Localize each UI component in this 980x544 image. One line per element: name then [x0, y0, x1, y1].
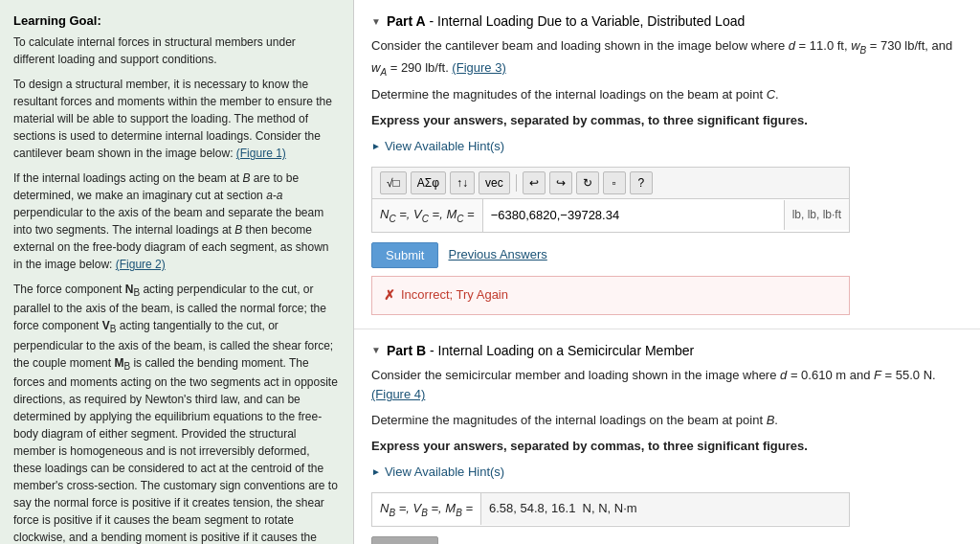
part-a-prev-answers[interactable]: Previous Answers — [448, 245, 546, 265]
left-panel: Learning Goal: To calculate internal for… — [0, 0, 354, 544]
part-a-figure-link[interactable]: (Figure 3) — [452, 60, 505, 75]
part-b-instruction: Express your answers, separated by comma… — [371, 437, 963, 457]
part-b-hint-link[interactable]: View Available Hint(s) — [385, 463, 504, 483]
part-a-status-text: Incorrect; Try Again — [401, 285, 508, 306]
toolbar-redo-btn[interactable]: ↪ — [549, 171, 572, 194]
part-b-title: Part B - Internal Loading on a Semicircu… — [387, 343, 694, 358]
part-a-input-row: NC =, VC =, MC = lb, lb, lb·ft — [371, 198, 850, 234]
part-b-section: ▼ Part B - Internal Loading on a Semicir… — [354, 329, 980, 544]
part-a-math-toolbar: √□ AΣφ ↑↓ vec ↩ ↪ ↻ ▫ ? — [371, 167, 850, 198]
part-a-desc1: Consider the cantilever beam and loading… — [371, 36, 963, 79]
part-a-title: Part A - Internal Loading Due to a Varia… — [387, 13, 745, 29]
part-a-hint-triangle: ► — [371, 139, 381, 154]
part-a-submit-button[interactable]: Submit — [371, 242, 438, 268]
part-a-status: ✗ Incorrect; Try Again — [371, 276, 850, 314]
part-b-desc1: Consider the semicircular member and loa… — [371, 366, 963, 406]
part-b-hint-triangle: ► — [371, 465, 381, 480]
toolbar-sqrt-btn[interactable]: √□ — [380, 171, 407, 194]
part-a-section: ▼ Part A - Internal Loading Due to a Var… — [354, 0, 980, 329]
part-b-hint-row[interactable]: ► View Available Hint(s) — [371, 463, 963, 483]
toolbar-sigma-btn[interactable]: AΣφ — [411, 171, 446, 194]
part-a-submit-row: Submit Previous Answers — [371, 242, 963, 268]
part-a-hint-link[interactable]: View Available Hint(s) — [385, 137, 504, 157]
part-a-input-prefix: NC =, VC =, MC = — [372, 199, 483, 233]
toolbar-help-btn[interactable]: ? — [630, 171, 653, 194]
part-b-figure-link[interactable]: (Figure 4) — [371, 387, 425, 401]
toolbar-sep1 — [516, 174, 517, 192]
figure2-link[interactable]: (Figure 2) — [116, 258, 166, 271]
left-para-4: The force component NB acting perpendicu… — [13, 281, 340, 544]
part-a-hint-row[interactable]: ► View Available Hint(s) — [371, 137, 963, 157]
part-b-desc2: Determine the magnitudes of the internal… — [371, 411, 963, 431]
toolbar-vec-btn[interactable]: vec — [479, 171, 510, 194]
part-b-submit-row: Submit Previous Answers — [371, 536, 963, 544]
part-a-instruction: Express your answers, separated by comma… — [371, 111, 963, 131]
left-para-1: To calculate internal forces in structur… — [13, 34, 340, 68]
part-a-incorrect-icon: ✗ — [384, 284, 395, 306]
figure1-link[interactable]: (Figure 1) — [236, 147, 286, 160]
part-a-desc2: Determine the magnitudes of the internal… — [371, 85, 963, 105]
part-a-header[interactable]: ▼ Part A - Internal Loading Due to a Var… — [371, 13, 963, 29]
part-b-input-prefix: NB =, VB =, MB = — [372, 493, 480, 527]
part-a-units: lb, lb, lb·ft — [784, 200, 849, 230]
toolbar-arrow-btn[interactable]: ↑↓ — [450, 171, 475, 194]
toolbar-keyboard-btn[interactable]: ▫ — [603, 171, 626, 194]
part-b-prev-answers[interactable]: Previous Answers — [448, 539, 546, 544]
learning-goal-title: Learning Goal: — [13, 13, 340, 28]
left-para-2: To design a structural member, it is nec… — [13, 76, 340, 162]
part-b-collapse-icon: ▼ — [371, 345, 381, 355]
part-b-body: Consider the semicircular member and loa… — [371, 366, 963, 544]
part-b-submit-button[interactable]: Submit — [371, 536, 438, 544]
toolbar-reset-btn[interactable]: ↻ — [576, 171, 599, 194]
part-b-header[interactable]: ▼ Part B - Internal Loading on a Semicir… — [371, 343, 963, 358]
left-para-3: If the internal loadings acting on the b… — [13, 170, 340, 273]
part-b-input-row: NB =, VB =, MB = 6.58, 54.8, 16.1 N, N, … — [371, 492, 850, 528]
toolbar-undo-btn[interactable]: ↩ — [523, 171, 546, 194]
part-a-input[interactable] — [483, 202, 784, 228]
part-b-input-value: 6.58, 54.8, 16.1 N, N, N·m — [480, 493, 849, 525]
right-panel: ▼ Part A - Internal Loading Due to a Var… — [354, 0, 980, 544]
part-a-collapse-icon: ▼ — [371, 16, 381, 27]
part-a-body: Consider the cantilever beam and loading… — [371, 36, 963, 315]
